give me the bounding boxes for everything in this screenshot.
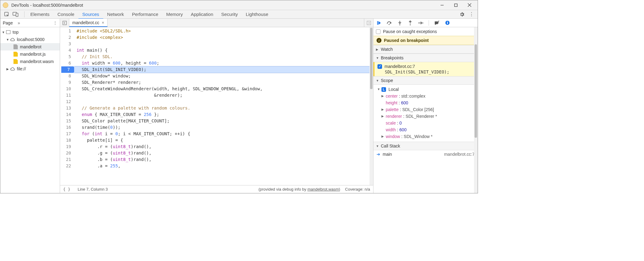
editor-nav-forward-icon[interactable] [364, 19, 373, 27]
editor-file-tab[interactable]: mandelbrot.cc × [69, 19, 108, 27]
pretty-print-icon[interactable]: { } [63, 187, 70, 192]
step-button[interactable] [418, 20, 424, 26]
debug-info-link[interactable]: mandelbrot.wasm [307, 187, 339, 192]
device-toolbar-icon[interactable] [13, 12, 19, 17]
checkbox-icon[interactable] [377, 64, 382, 69]
svg-rect-9 [377, 21, 378, 25]
tree-origin[interactable]: ▼ localhost:5000 [0, 36, 60, 43]
scope-body: ▼LLocal ▶center: std::complexheight: 600… [373, 85, 478, 142]
tree-file-mandelbrot-wasm[interactable]: mandelbrot.wasm [0, 58, 60, 65]
window-title: DevTools - localhost:5000/mandelbrot [11, 3, 83, 8]
resume-button[interactable] [376, 20, 382, 26]
step-over-button[interactable] [386, 20, 392, 26]
code-content[interactable]: #include <SDL2/SDL.h>#include <complex>i… [74, 27, 373, 185]
svg-rect-7 [63, 21, 66, 25]
titlebar: DevTools - localhost:5000/mandelbrot [0, 0, 478, 10]
sidebar-more-tabs-icon[interactable]: » [18, 21, 20, 25]
devtools-app-icon [3, 2, 8, 8]
scope-variable[interactable]: ▶center: std::complex [376, 93, 478, 99]
svg-rect-8 [367, 21, 371, 25]
tab-security[interactable]: Security [217, 10, 242, 19]
scope-variable[interactable]: ▶window: SDL_Window * [376, 133, 478, 140]
svg-point-12 [399, 24, 400, 25]
coverage-status: Coverage: n/a [345, 187, 370, 192]
svg-rect-1 [454, 4, 457, 6]
file-icon [13, 59, 18, 64]
scope-variable[interactable]: ▶renderer: SDL_Renderer * [376, 113, 478, 120]
section-callstack[interactable]: ▼Call Stack [373, 142, 478, 150]
callstack-frame[interactable]: ➔ main mandelbrot.cc:7 [373, 150, 478, 158]
svg-marker-18 [445, 21, 449, 25]
step-out-button[interactable] [407, 20, 413, 26]
page-sidebar: Page » ⋮ ▼ top ▼ localhost:5000 mandelbr… [0, 19, 60, 193]
tree-top[interactable]: ▼ top [0, 28, 60, 36]
scope-variable[interactable]: width: 600 [376, 126, 478, 133]
info-icon: i [377, 38, 381, 43]
breakpoint-item[interactable]: mandelbrot.cc:7 SDL_Init(SDL_INIT_VIDEO)… [373, 62, 478, 76]
sidebar-menu-icon[interactable]: ⋮ [53, 21, 57, 25]
current-frame-arrow-icon: ➔ [377, 152, 380, 157]
svg-point-10 [388, 24, 389, 25]
pause-on-exceptions-button[interactable] [444, 20, 450, 26]
tab-elements[interactable]: Elements [26, 10, 54, 19]
more-menu-icon[interactable]: ⋮ [469, 11, 474, 17]
tab-performance[interactable]: Performance [128, 10, 162, 19]
svg-rect-20 [447, 23, 448, 24]
debug-info-source: (provided via debug info by mandelbrot.w… [259, 187, 340, 192]
scope-variable[interactable]: scale: 0 [376, 120, 478, 126]
devtools-tabs: Elements Console Sources Network Perform… [0, 10, 478, 19]
debugger-panel: Pause on caught exceptions i Paused on b… [373, 19, 478, 193]
scope-local[interactable]: ▼LLocal [376, 86, 478, 93]
step-into-button[interactable] [397, 20, 403, 26]
tab-sources[interactable]: Sources [78, 10, 103, 19]
tab-network[interactable]: Network [103, 10, 128, 19]
editor-nav-back-icon[interactable] [60, 19, 69, 27]
svg-point-16 [422, 22, 423, 23]
svg-rect-6 [16, 13, 18, 17]
inspect-icon[interactable] [4, 12, 9, 17]
close-button[interactable] [463, 1, 476, 10]
cloud-icon [10, 38, 15, 42]
checkbox-icon[interactable] [376, 29, 381, 34]
file-tree: ▼ top ▼ localhost:5000 mandelbrot mandel… [0, 27, 60, 193]
cloud-icon [10, 67, 15, 71]
tab-memory[interactable]: Memory [162, 10, 187, 19]
settings-gear-icon[interactable] [459, 12, 465, 17]
svg-rect-19 [447, 22, 448, 23]
tree-file-scheme[interactable]: ▶ file:// [0, 65, 60, 73]
deactivate-breakpoints-button[interactable] [434, 20, 440, 26]
file-icon [13, 52, 18, 57]
section-scope[interactable]: ▼Scope [373, 76, 478, 85]
tab-lighthouse[interactable]: Lighthouse [242, 10, 272, 19]
maximize-button[interactable] [449, 1, 463, 10]
close-tab-icon[interactable]: × [102, 20, 104, 25]
local-badge-icon: L [381, 87, 386, 92]
section-breakpoints[interactable]: ▼Breakpoints [373, 54, 478, 62]
frame-icon [6, 30, 10, 34]
paused-banner: i Paused on breakpoint [373, 36, 478, 45]
tab-console[interactable]: Console [54, 10, 78, 19]
editor-tab-label: mandelbrot.cc [72, 20, 99, 25]
scope-variable[interactable]: height: 600 [376, 99, 478, 106]
tree-file-mandelbrot[interactable]: mandelbrot [0, 43, 60, 50]
tab-application[interactable]: Application [187, 10, 217, 19]
tree-file-mandelbrot-js[interactable]: mandelbrot.js [0, 50, 60, 58]
debugger-toolbar [373, 19, 478, 27]
line-gutter[interactable]: 12345678910111213141516171819202122 [60, 27, 74, 185]
cursor-position: Line 7, Column 3 [78, 187, 108, 192]
source-editor: mandelbrot.cc × 123456789101112131415161… [60, 19, 373, 193]
file-icon [13, 44, 18, 49]
minimize-button[interactable] [435, 1, 449, 10]
sidebar-tab-page[interactable]: Page [3, 21, 17, 25]
svg-point-14 [410, 24, 411, 25]
section-watch[interactable]: ▶Watch [373, 45, 478, 54]
scope-variable[interactable]: ▶palette: SDL_Color [256] [376, 106, 478, 113]
pause-on-caught-option[interactable]: Pause on caught exceptions [373, 27, 478, 36]
editor-scrollbar[interactable] [369, 27, 373, 185]
